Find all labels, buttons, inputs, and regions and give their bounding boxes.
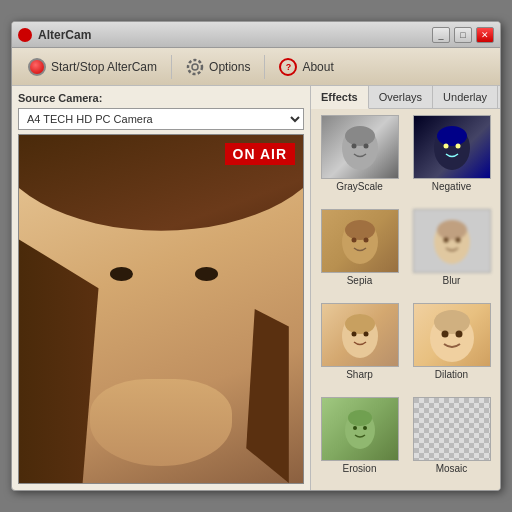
effect-thumb-dilation	[413, 303, 491, 367]
effect-grayscale[interactable]: GrayScale	[315, 113, 404, 204]
blur-preview	[422, 214, 482, 269]
start-stop-label: Start/Stop AlterCam	[51, 60, 157, 74]
svg-point-11	[345, 220, 375, 240]
svg-point-12	[351, 237, 356, 242]
toolbar-divider-2	[264, 55, 265, 79]
effect-blur[interactable]: Blur	[407, 207, 496, 298]
effect-thumb-erosion	[321, 397, 399, 461]
grayscale-preview	[330, 120, 390, 175]
main-window: AlterCam _ □ ✕ Start/Stop AlterCam Optio…	[11, 21, 501, 491]
negative-preview	[422, 120, 482, 175]
effect-label-dilation: Dilation	[435, 369, 468, 380]
svg-point-1	[188, 60, 202, 74]
effect-label-erosion: Erosion	[343, 463, 377, 474]
svg-point-8	[443, 143, 448, 148]
svg-point-20	[351, 331, 356, 336]
about-label: About	[302, 60, 333, 74]
svg-point-13	[363, 237, 368, 242]
effect-dilation[interactable]: Dilation	[407, 301, 496, 392]
tab-overlays[interactable]: Overlays	[369, 86, 433, 108]
svg-point-23	[434, 310, 470, 334]
effect-sepia[interactable]: Sepia	[315, 207, 404, 298]
video-face	[19, 135, 303, 483]
toolbar-divider-1	[171, 55, 172, 79]
effect-label-mosaic: Mosaic	[436, 463, 468, 474]
effect-thumb-sepia	[321, 209, 399, 273]
minimize-button[interactable]: _	[432, 27, 450, 43]
svg-point-27	[348, 410, 372, 426]
svg-point-28	[353, 426, 357, 430]
start-stop-button[interactable]: Start/Stop AlterCam	[20, 55, 165, 79]
window-title: AlterCam	[38, 28, 91, 42]
svg-point-19	[345, 314, 375, 334]
about-icon: ?	[279, 58, 297, 76]
maximize-button[interactable]: □	[454, 27, 472, 43]
effect-label-negative: Negative	[432, 181, 471, 192]
effect-thumb-mosaic	[413, 397, 491, 461]
erosion-preview	[330, 402, 390, 457]
svg-point-25	[455, 330, 462, 337]
svg-point-29	[363, 426, 367, 430]
svg-point-0	[192, 64, 198, 70]
svg-point-7	[437, 126, 467, 146]
sepia-preview	[330, 214, 390, 269]
gear-icon	[186, 58, 204, 76]
app-icon	[18, 28, 32, 42]
effect-label-grayscale: GrayScale	[336, 181, 383, 192]
sharp-preview	[330, 308, 390, 363]
tabs-bar: Effects Overlays Underlay	[311, 86, 500, 109]
svg-point-5	[363, 143, 368, 148]
effect-erosion[interactable]: Erosion	[315, 395, 404, 486]
right-panel: Effects Overlays Underlay	[310, 86, 500, 490]
effect-sharp[interactable]: Sharp	[315, 301, 404, 392]
about-button[interactable]: ? About	[271, 55, 341, 79]
options-button[interactable]: Options	[178, 55, 258, 79]
face-eye-right	[195, 267, 218, 281]
svg-point-21	[363, 331, 368, 336]
left-panel: Source Camera: A4 TECH HD PC Camera ON A…	[12, 86, 310, 490]
camera-select[interactable]: A4 TECH HD PC Camera	[18, 108, 304, 130]
effect-thumb-blur	[413, 209, 491, 273]
svg-point-15	[437, 220, 467, 240]
effect-negative[interactable]: Negative	[407, 113, 496, 204]
face-eye-left	[110, 267, 133, 281]
svg-point-16	[443, 237, 448, 242]
window-controls: _ □ ✕	[432, 27, 494, 43]
content-area: Source Camera: A4 TECH HD PC Camera ON A…	[12, 86, 500, 490]
source-camera-label: Source Camera:	[18, 92, 304, 104]
svg-point-4	[351, 143, 356, 148]
tab-effects[interactable]: Effects	[311, 86, 369, 109]
close-button[interactable]: ✕	[476, 27, 494, 43]
effect-label-blur: Blur	[443, 275, 461, 286]
effects-grid: GrayScale	[311, 109, 500, 490]
svg-point-17	[455, 237, 460, 242]
title-bar-left: AlterCam	[18, 28, 91, 42]
svg-point-3	[345, 126, 375, 146]
effect-label-sepia: Sepia	[347, 275, 373, 286]
record-icon	[28, 58, 46, 76]
effect-thumb-negative	[413, 115, 491, 179]
tab-underlay[interactable]: Underlay	[433, 86, 498, 108]
title-bar: AlterCam _ □ ✕	[12, 22, 500, 48]
effect-mosaic[interactable]: Mosaic	[407, 395, 496, 486]
effect-thumb-grayscale	[321, 115, 399, 179]
svg-point-24	[441, 330, 448, 337]
svg-point-9	[455, 143, 460, 148]
effect-label-sharp: Sharp	[346, 369, 373, 380]
face-chin	[90, 379, 232, 466]
on-air-badge: ON AIR	[225, 143, 295, 165]
video-preview: ON AIR	[18, 134, 304, 484]
effect-thumb-sharp	[321, 303, 399, 367]
toolbar: Start/Stop AlterCam Options ? About	[12, 48, 500, 86]
options-label: Options	[209, 60, 250, 74]
dilation-preview	[422, 308, 482, 363]
